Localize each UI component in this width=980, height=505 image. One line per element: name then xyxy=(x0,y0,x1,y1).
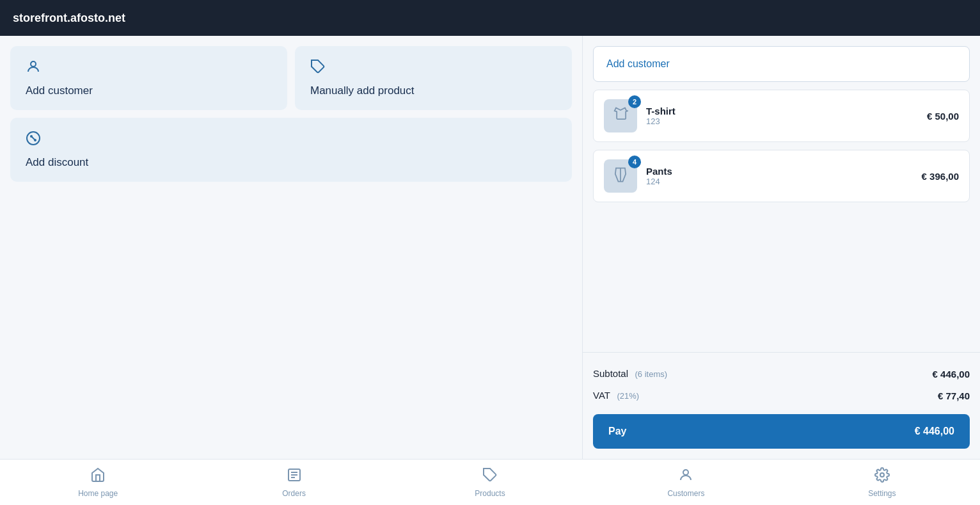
vat-label-group: VAT (21%) xyxy=(593,390,639,401)
main-content: Add customer Manually add product xyxy=(0,36,980,459)
nav-label-products: Products xyxy=(475,489,505,498)
nav-item-home[interactable]: Home page xyxy=(0,462,196,503)
vat-percent: (21%) xyxy=(617,391,639,401)
right-panel: Add customer 2 T-shirt 123 € 50,00 xyxy=(582,36,980,459)
tshirt-price: € 50,00 xyxy=(927,111,959,122)
manually-add-product-card[interactable]: Manually add product xyxy=(295,46,572,110)
subtotal-value: € 446,00 xyxy=(933,369,970,380)
bottom-nav: Home page Orders Products xyxy=(0,459,980,505)
products-icon xyxy=(482,467,498,486)
vat-row: VAT (21%) € 77,40 xyxy=(593,385,970,406)
customers-icon xyxy=(678,467,693,486)
tshirt-placeholder-icon xyxy=(612,106,629,127)
product-item-tshirt: 2 T-shirt 123 € 50,00 xyxy=(593,90,970,142)
pants-name: Pants xyxy=(646,166,913,177)
nav-item-products[interactable]: Products xyxy=(392,462,588,503)
pay-value: € 446,00 xyxy=(915,426,954,437)
add-customer-card[interactable]: Add customer xyxy=(10,46,287,110)
nav-label-settings: Settings xyxy=(868,489,896,498)
tshirt-info: T-shirt 123 xyxy=(646,106,918,126)
pants-price: € 396,00 xyxy=(922,171,959,182)
nav-label-customers: Customers xyxy=(667,489,704,498)
product-item-pants: 4 Pants 124 € 396,00 xyxy=(593,150,970,202)
discount-icon xyxy=(26,131,557,150)
app-title: storefront.afosto.net xyxy=(13,12,125,25)
nav-item-customers[interactable]: Customers xyxy=(588,462,784,503)
product-thumbnail-pants: 4 xyxy=(604,159,637,193)
manually-add-product-label: Manually add product xyxy=(310,84,557,97)
add-discount-label: Add discount xyxy=(26,156,557,169)
vat-value: € 77,40 xyxy=(938,390,970,401)
home-icon xyxy=(90,467,106,486)
nav-label-home: Home page xyxy=(78,489,118,498)
pay-button[interactable]: Pay € 446,00 xyxy=(593,414,970,449)
add-discount-card[interactable]: Add discount xyxy=(10,118,572,182)
left-panel: Add customer Manually add product xyxy=(0,36,582,459)
add-customer-label: Add customer xyxy=(26,84,272,97)
svg-point-5 xyxy=(35,140,36,141)
subtotal-label-group: Subtotal (6 items) xyxy=(593,368,667,380)
pants-quantity-badge: 4 xyxy=(628,156,641,168)
tshirt-quantity-badge: 2 xyxy=(628,95,641,108)
tshirt-name: T-shirt xyxy=(646,106,918,116)
add-customer-button[interactable]: Add customer xyxy=(593,46,970,82)
person-icon xyxy=(26,59,272,78)
svg-point-0 xyxy=(31,61,36,67)
nav-label-orders: Orders xyxy=(282,489,306,498)
pants-placeholder-icon xyxy=(612,166,629,187)
nav-item-orders[interactable]: Orders xyxy=(196,462,391,503)
settings-icon xyxy=(874,467,890,486)
product-thumbnail-tshirt: 2 xyxy=(604,99,637,132)
subtotal-row: Subtotal (6 items) € 446,00 xyxy=(593,363,970,385)
pants-info: Pants 124 xyxy=(646,166,913,186)
top-action-row: Add customer Manually add product xyxy=(10,46,572,110)
tshirt-sku: 123 xyxy=(646,116,918,126)
svg-point-13 xyxy=(880,473,884,477)
svg-point-4 xyxy=(31,136,32,137)
order-summary: Subtotal (6 items) € 446,00 VAT (21%) € … xyxy=(583,352,980,406)
pay-label: Pay xyxy=(608,426,626,437)
tag-icon xyxy=(310,59,557,78)
orders-icon xyxy=(287,467,302,486)
right-inner: Add customer 2 T-shirt 123 € 50,00 xyxy=(583,36,980,352)
subtotal-label: Subtotal xyxy=(593,368,628,379)
pants-sku: 124 xyxy=(646,177,913,186)
svg-point-12 xyxy=(683,470,688,475)
subtotal-items: (6 items) xyxy=(635,369,668,379)
nav-item-settings[interactable]: Settings xyxy=(784,462,980,503)
vat-label: VAT xyxy=(593,390,610,401)
header: storefront.afosto.net xyxy=(0,0,980,36)
